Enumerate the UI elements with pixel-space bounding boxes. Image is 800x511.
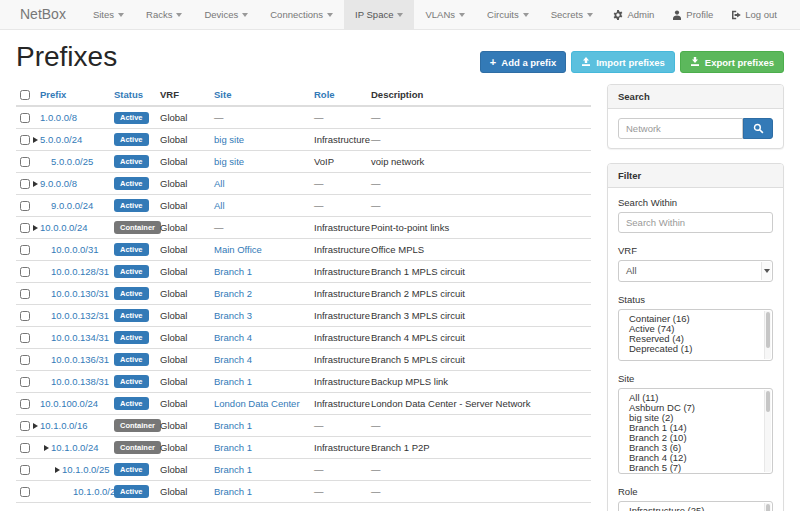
- site-link[interactable]: London Data Center: [214, 398, 300, 409]
- prefix-link[interactable]: 10.1.0.0/24: [51, 442, 99, 453]
- nav-item-connections[interactable]: Connections: [259, 0, 344, 29]
- nav-item-racks[interactable]: Racks: [135, 0, 193, 29]
- site-link[interactable]: big site: [214, 156, 244, 167]
- site-link[interactable]: Branch 3: [214, 310, 252, 321]
- row-checkbox[interactable]: [20, 289, 30, 299]
- status-badge[interactable]: Container: [114, 221, 161, 234]
- search-input[interactable]: [618, 118, 743, 139]
- column-header-prefix[interactable]: Prefix: [36, 84, 110, 106]
- listbox-option[interactable]: Branch 2 (10): [619, 433, 762, 443]
- row-checkbox[interactable]: [20, 267, 30, 277]
- row-checkbox[interactable]: [20, 355, 30, 365]
- prefix-link[interactable]: 10.0.0.132/31: [51, 310, 109, 321]
- site-list-scrollbar[interactable]: [764, 390, 771, 472]
- column-header-role[interactable]: Role: [310, 84, 367, 106]
- row-checkbox[interactable]: [20, 157, 30, 167]
- status-badge[interactable]: Active: [114, 463, 149, 476]
- site-link[interactable]: Branch 1: [214, 266, 252, 277]
- listbox-option[interactable]: Ashburn DC (7): [619, 403, 762, 413]
- listbox-option[interactable]: Infrastructure (25): [619, 506, 762, 511]
- prefix-link[interactable]: 10.1.0.0/25: [62, 464, 110, 475]
- listbox-option[interactable]: Deprecated (1): [619, 344, 762, 354]
- column-header-site[interactable]: Site: [210, 84, 310, 106]
- export-prefixes-button[interactable]: Export prefixes: [680, 51, 784, 73]
- prefix-link[interactable]: 10.0.0.128/31: [51, 266, 109, 277]
- prefix-link[interactable]: 10.0.0.134/31: [51, 332, 109, 343]
- listbox-option[interactable]: All (11): [619, 393, 762, 403]
- row-checkbox[interactable]: [20, 399, 30, 409]
- listbox-option[interactable]: Branch 3 (6): [619, 443, 762, 453]
- row-checkbox[interactable]: [20, 135, 30, 145]
- site-link[interactable]: Branch 1: [214, 442, 252, 453]
- status-badge[interactable]: Active: [114, 243, 149, 256]
- vrf-select[interactable]: All: [618, 260, 773, 282]
- listbox-option[interactable]: big site (2): [619, 413, 762, 423]
- row-checkbox[interactable]: [20, 421, 30, 431]
- listbox-option[interactable]: COLO-1-2A (3): [619, 473, 762, 474]
- row-checkbox[interactable]: [20, 201, 30, 211]
- site-link[interactable]: Branch 1: [214, 420, 252, 431]
- status-badge[interactable]: Active: [114, 287, 149, 300]
- role-list-scrollbar[interactable]: [764, 503, 771, 511]
- status-badge[interactable]: Active: [114, 309, 149, 322]
- status-badge[interactable]: Active: [114, 177, 149, 190]
- status-badge[interactable]: Active: [114, 265, 149, 278]
- nav-item-secrets[interactable]: Secrets: [540, 0, 604, 29]
- search-within-input[interactable]: [618, 212, 773, 233]
- row-checkbox[interactable]: [20, 223, 30, 233]
- search-button[interactable]: [743, 118, 773, 139]
- status-badge[interactable]: Container: [114, 419, 161, 432]
- prefix-link[interactable]: 10.0.0.0/24: [40, 222, 88, 233]
- site-link[interactable]: big site: [214, 134, 244, 145]
- row-checkbox[interactable]: [20, 443, 30, 453]
- site-link[interactable]: Branch 4: [214, 332, 252, 343]
- prefix-link[interactable]: 5.0.0.0/24: [40, 134, 82, 145]
- status-list-scrollbar[interactable]: [764, 311, 771, 359]
- prefix-link[interactable]: 10.0.0.0/31: [51, 244, 99, 255]
- prefix-link[interactable]: 5.0.0.0/25: [51, 156, 93, 167]
- status-badge[interactable]: Active: [114, 331, 149, 344]
- nav-item-devices[interactable]: Devices: [193, 0, 259, 29]
- import-prefixes-button[interactable]: Import prefixes: [571, 51, 675, 73]
- status-badge[interactable]: Active: [114, 112, 149, 125]
- row-checkbox[interactable]: [20, 245, 30, 255]
- site-link[interactable]: Branch 1: [214, 376, 252, 387]
- add-prefix-button[interactable]: + Add a prefix: [480, 51, 566, 73]
- nav-item-admin[interactable]: Admin: [604, 0, 663, 29]
- prefix-link[interactable]: 10.0.0.136/31: [51, 354, 109, 365]
- app-brand[interactable]: NetBox: [20, 0, 66, 29]
- site-link[interactable]: Branch 4: [214, 354, 252, 365]
- listbox-option[interactable]: Branch 1 (14): [619, 423, 762, 433]
- row-checkbox[interactable]: [20, 487, 30, 497]
- site-link[interactable]: Branch 1: [214, 464, 252, 475]
- nav-item-profile[interactable]: Profile: [663, 0, 722, 29]
- nav-item-vlans[interactable]: VLANs: [414, 0, 476, 29]
- row-checkbox[interactable]: [20, 179, 30, 189]
- row-checkbox[interactable]: [20, 113, 30, 123]
- listbox-option[interactable]: Reserved (4): [619, 334, 762, 344]
- status-badge[interactable]: Active: [114, 155, 149, 168]
- listbox-option[interactable]: Branch 5 (7): [619, 463, 762, 473]
- prefix-link[interactable]: 1.0.0.0/8: [40, 112, 77, 123]
- status-badge[interactable]: Active: [114, 133, 149, 146]
- nav-item-ip-space[interactable]: IP Space: [344, 0, 414, 29]
- listbox-option[interactable]: Branch 4 (12): [619, 453, 762, 463]
- prefix-link[interactable]: 10.0.0.138/31: [51, 376, 109, 387]
- column-header-status[interactable]: Status: [110, 84, 156, 106]
- nav-item-sites[interactable]: Sites: [82, 0, 135, 29]
- row-checkbox[interactable]: [20, 377, 30, 387]
- listbox-option[interactable]: Container (16): [619, 314, 762, 324]
- status-badge[interactable]: Active: [114, 375, 149, 388]
- status-badge[interactable]: Active: [114, 397, 149, 410]
- status-badge[interactable]: Active: [114, 199, 149, 212]
- site-link[interactable]: Branch 2: [214, 288, 252, 299]
- listbox-option[interactable]: Active (74): [619, 324, 762, 334]
- status-badge[interactable]: Container: [114, 441, 161, 454]
- select-all-checkbox[interactable]: [20, 90, 30, 100]
- row-checkbox[interactable]: [20, 333, 30, 343]
- prefix-link[interactable]: 10.0.0.130/31: [51, 288, 109, 299]
- prefix-link[interactable]: 10.0.100.0/24: [40, 398, 98, 409]
- prefix-link[interactable]: 9.0.0.0/24: [51, 200, 93, 211]
- status-badge[interactable]: Active: [114, 353, 149, 366]
- site-link[interactable]: Branch 1: [214, 486, 252, 497]
